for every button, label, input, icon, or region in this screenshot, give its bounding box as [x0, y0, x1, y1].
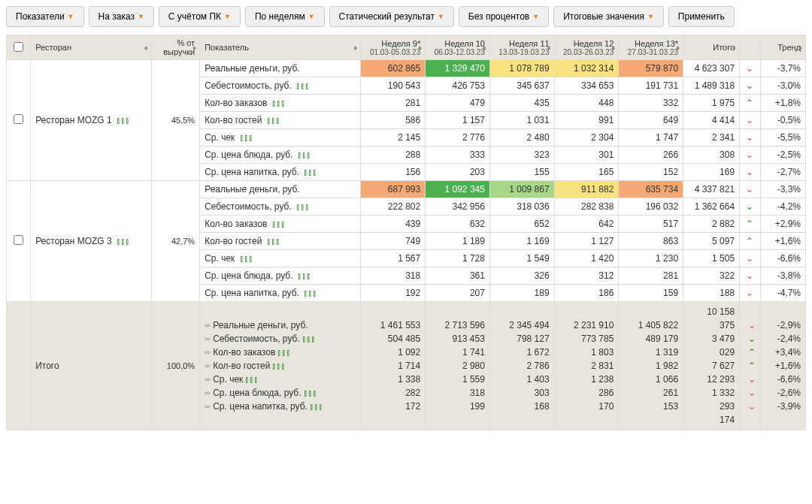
header-restaurant[interactable]: Ресторан♦: [31, 35, 152, 60]
total-value: 1 362 664: [683, 198, 740, 216]
trend-value: -6,6%: [760, 250, 805, 267]
week-value: 579 870: [619, 60, 683, 77]
trend-down-icon: ⌄: [746, 149, 753, 160]
filter-totals[interactable]: Итоговые значения▼: [553, 6, 664, 27]
metric-name: Ср. цена блюда, руб. ⫿⫿⫿: [200, 146, 361, 164]
week-value: 991: [554, 112, 619, 129]
apply-button[interactable]: Применить: [668, 6, 735, 27]
chart-icon[interactable]: ⫿⫿⫿: [298, 150, 311, 159]
header-week5[interactable]: Неделя 13*27.03-31.03.23♦: [619, 35, 683, 60]
chart-icon[interactable]: ⫿⫿⫿: [267, 237, 280, 246]
totals-row: Итого 100,0% ✎Реальные деньги, руб.✎Себе…: [7, 302, 806, 430]
table-row: Ресторан MOZG 1 ⫿⫿⫿45,5%Реальные деньги,…: [7, 60, 806, 77]
total-value: 322: [683, 267, 740, 285]
header-total[interactable]: Итого♦: [683, 35, 740, 60]
filter-order[interactable]: На заказ▼: [89, 6, 154, 27]
metric-name: Реальные деньги, руб.: [200, 181, 361, 198]
trend-icon-cell: ⌃: [744, 359, 756, 373]
row-checkbox[interactable]: [14, 235, 23, 245]
caret-icon: ▼: [647, 13, 654, 20]
chart-icon[interactable]: ⫿⫿⫿: [302, 334, 316, 343]
trend-value: -2,6%: [765, 386, 801, 400]
trend-icon-cell: ⌄: [740, 198, 761, 216]
week-value: 448: [554, 95, 619, 112]
total-value: 1 975: [683, 95, 740, 112]
trend-up-icon: ⌃: [748, 347, 756, 358]
week-value: 1 032 314: [554, 60, 619, 77]
chart-icon[interactable]: ⫿⫿⫿: [245, 375, 259, 384]
trend-value: -3,0%: [760, 77, 805, 95]
header-week3[interactable]: Неделя 1113.03-19.03.23♦: [489, 35, 554, 60]
trend-down-icon: ⌄: [746, 270, 753, 281]
filter-indicators[interactable]: Показатели▼: [6, 6, 84, 27]
chart-icon[interactable]: ⫿⫿⫿: [117, 237, 130, 246]
label: Применить: [678, 11, 725, 22]
chart-icon[interactable]: ⫿⫿⫿: [240, 133, 253, 142]
sort-icon: ♦: [353, 44, 357, 52]
label: % от выручки: [163, 38, 195, 56]
week-value: 913 453: [430, 332, 485, 346]
week-value: 288: [361, 146, 426, 164]
week-value: 586: [361, 112, 426, 129]
week-value: 798 127: [495, 332, 550, 346]
total-value: 2 882: [683, 216, 740, 233]
chart-icon[interactable]: ⫿⫿⫿: [304, 288, 317, 297]
filter-result[interactable]: Статический результат▼: [329, 6, 454, 27]
totals-week: 2 713 596913 4531 7412 9801 559318199: [426, 302, 490, 430]
chart-icon[interactable]: ⫿⫿⫿: [304, 167, 317, 177]
filter-period[interactable]: По неделям▼: [245, 6, 325, 27]
label: На заказ: [98, 11, 135, 22]
chart-icon[interactable]: ⫿⫿⫿: [277, 348, 291, 357]
filter-pc[interactable]: С учётом ПК▼: [159, 6, 241, 27]
week-value: 156: [361, 164, 426, 181]
week-value: 652: [489, 216, 554, 233]
header-week2[interactable]: Неделя 1006.03-12.03.23♦: [426, 35, 490, 60]
week-value: 281: [361, 95, 426, 112]
trend-down-icon: ⌄: [748, 320, 756, 330]
week-value: 1 461 553: [365, 318, 420, 332]
week-value: 334 653: [554, 77, 619, 95]
trend-value: +1,8%: [760, 95, 805, 112]
chart-icon[interactable]: ⫿⫿⫿: [240, 254, 253, 263]
totals-pct: 100,0%: [151, 302, 199, 430]
header-checkbox[interactable]: [7, 35, 31, 60]
filter-percent[interactable]: Без процентов▼: [459, 6, 549, 27]
week-value: 687 993: [361, 181, 426, 198]
header-week4[interactable]: Неделя 1220.03-26.03.23♦: [554, 35, 619, 60]
sort-icon: ♦: [676, 44, 680, 52]
trend-down-icon: ⌄: [746, 63, 753, 74]
chart-icon[interactable]: ⫿⫿⫿: [272, 219, 286, 228]
week-value: 312: [554, 267, 619, 285]
week-value: 426 753: [426, 77, 490, 95]
week-value: 318 036: [489, 198, 554, 216]
trend-icon-cell: ⌄: [744, 373, 756, 386]
chart-icon[interactable]: ⫿⫿⫿: [310, 402, 323, 411]
select-all-checkbox[interactable]: [14, 42, 23, 52]
chart-icon[interactable]: ⫿⫿⫿: [296, 202, 310, 211]
chart-icon[interactable]: ⫿⫿⫿: [298, 271, 311, 280]
chart-icon[interactable]: ⫿⫿⫿: [272, 361, 286, 370]
chart-icon[interactable]: ⫿⫿⫿: [272, 98, 286, 107]
row-checkbox[interactable]: [14, 114, 23, 124]
header-trend[interactable]: Тренд♦: [760, 35, 805, 60]
trend-value: +1,6%: [765, 359, 801, 373]
chart-icon[interactable]: ⫿⫿⫿: [117, 116, 130, 125]
metric-name: Себестоимость, руб. ⫿⫿⫿: [200, 198, 361, 216]
week-value: 1 031: [489, 112, 554, 129]
week-value: 1 329 470: [426, 60, 490, 77]
header-indicator[interactable]: Показатель♦: [200, 35, 361, 60]
header-pct[interactable]: % от выручки♦: [151, 35, 199, 60]
chart-icon[interactable]: ⫿⫿⫿: [304, 388, 317, 397]
trend-value: -3,9%: [765, 400, 801, 413]
trend-value: -2,7%: [760, 164, 805, 181]
trend-down-icon: ⌄: [748, 333, 756, 344]
chart-icon[interactable]: ⫿⫿⫿: [296, 81, 310, 90]
week-value: 602 865: [361, 60, 426, 77]
week-value: 282 838: [554, 198, 619, 216]
week-value: 2 345 494: [495, 318, 550, 332]
sublabel: 20.03-26.03.23: [559, 48, 614, 56]
chart-icon[interactable]: ⫿⫿⫿: [267, 116, 280, 125]
total-value: 12 293: [688, 373, 735, 386]
header-week1[interactable]: Неделя 9*01.03-05.03.23♦: [361, 35, 426, 60]
trend-icon-cell: ⌄: [740, 181, 761, 198]
